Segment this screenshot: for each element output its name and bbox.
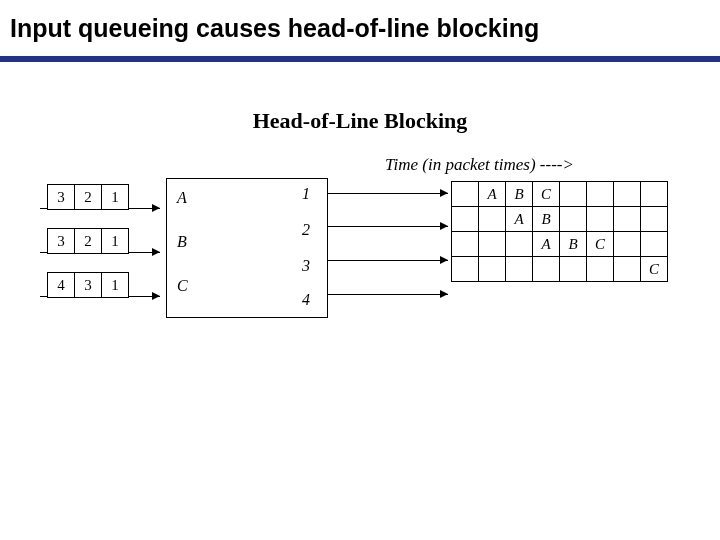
grid-cell: A: [532, 231, 560, 257]
grid-cell: [640, 206, 668, 232]
grid-cell: [451, 206, 479, 232]
queue-cell: 1: [101, 184, 129, 210]
output-line: [328, 193, 448, 194]
input-label-c: C: [177, 277, 188, 295]
queue-cell: 2: [74, 184, 102, 210]
diagram-title: Head-of-Line Blocking: [0, 108, 720, 134]
timing-grid: A B C A B A B C: [452, 182, 668, 282]
queue-cell: 2: [74, 228, 102, 254]
grid-cell: B: [532, 206, 560, 232]
grid-cell: [613, 231, 641, 257]
grid-cell: C: [532, 181, 560, 207]
grid-cell: [613, 181, 641, 207]
grid-cell: [613, 256, 641, 282]
grid-row: A B C: [452, 232, 668, 257]
grid-cell: [451, 181, 479, 207]
queue-cell: 4: [47, 272, 75, 298]
title-rule: [0, 56, 720, 62]
grid-cell: [586, 181, 614, 207]
grid-cell: [478, 256, 506, 282]
grid-row: A B C: [452, 182, 668, 207]
grid-cell: [478, 231, 506, 257]
output-label-1: 1: [302, 185, 310, 203]
output-label-3: 3: [302, 257, 310, 275]
input-queue-a: 3 2 1: [48, 184, 129, 210]
switch-fabric: A B C 1 2 3 4: [166, 178, 328, 318]
grid-cell: [640, 231, 668, 257]
grid-cell: A: [478, 181, 506, 207]
grid-cell: [505, 231, 533, 257]
output-label-4: 4: [302, 291, 310, 309]
arrow-icon: [152, 248, 160, 256]
arrow-icon: [440, 290, 448, 298]
arrow-icon: [152, 204, 160, 212]
grid-cell: [559, 256, 587, 282]
slide-title: Input queueing causes head-of-line block…: [10, 14, 539, 43]
grid-cell: B: [559, 231, 587, 257]
arrow-icon: [152, 292, 160, 300]
output-line: [328, 226, 448, 227]
input-queue-b: 3 2 1: [48, 228, 129, 254]
input-label-b: B: [177, 233, 187, 251]
queue-cell: 1: [101, 228, 129, 254]
arrow-icon: [440, 222, 448, 230]
grid-cell: B: [505, 181, 533, 207]
grid-cell: [478, 206, 506, 232]
grid-cell: [451, 256, 479, 282]
grid-cell: A: [505, 206, 533, 232]
grid-cell: [559, 206, 587, 232]
arrow-icon: [440, 189, 448, 197]
grid-row: C: [452, 257, 668, 282]
grid-cell: [532, 256, 560, 282]
queue-cell: 3: [47, 184, 75, 210]
arrow-icon: [440, 256, 448, 264]
grid-cell: [613, 206, 641, 232]
grid-cell: [640, 181, 668, 207]
grid-cell: C: [640, 256, 668, 282]
grid-cell: [451, 231, 479, 257]
output-line: [328, 260, 448, 261]
queue-cell: 3: [47, 228, 75, 254]
grid-cell: C: [586, 231, 614, 257]
grid-row: A B: [452, 207, 668, 232]
grid-cell: [586, 206, 614, 232]
output-label-2: 2: [302, 221, 310, 239]
output-line: [328, 294, 448, 295]
grid-cell: [586, 256, 614, 282]
grid-cell: [505, 256, 533, 282]
slide: Input queueing causes head-of-line block…: [0, 0, 720, 540]
input-queue-c: 4 3 1: [48, 272, 129, 298]
queue-cell: 1: [101, 272, 129, 298]
queue-cell: 3: [74, 272, 102, 298]
input-label-a: A: [177, 189, 187, 207]
grid-cell: [559, 181, 587, 207]
time-axis-label: Time (in packet times) ---->: [385, 155, 574, 175]
